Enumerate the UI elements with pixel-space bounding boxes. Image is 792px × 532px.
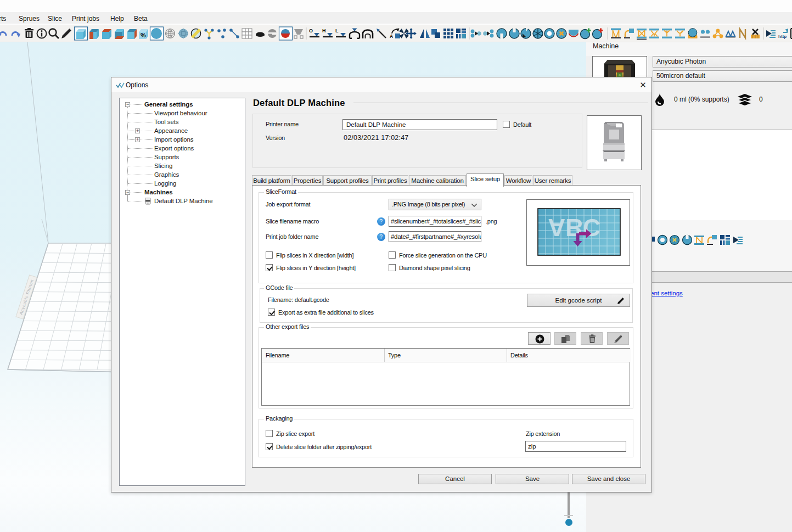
svg-text:O: O	[309, 28, 313, 33]
svg-text:http: http	[778, 34, 787, 39]
svg-text:ABC: ABC	[548, 214, 600, 241]
svg-text:A: A	[390, 33, 393, 39]
svg-text:%: %	[141, 32, 146, 38]
svg-text:L: L	[335, 28, 339, 33]
svg-text:H: H	[322, 28, 326, 33]
